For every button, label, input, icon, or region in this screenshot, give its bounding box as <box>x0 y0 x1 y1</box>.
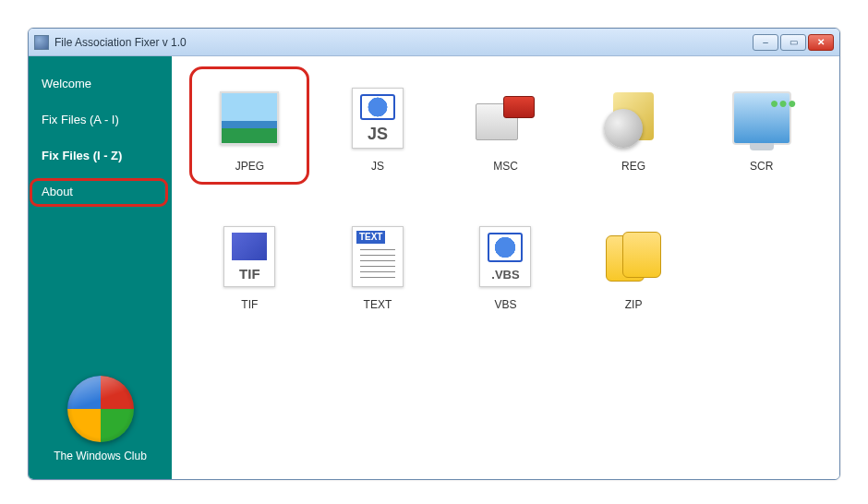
file-item-scr[interactable]: SCR <box>702 84 821 204</box>
file-label: VBS <box>494 298 516 311</box>
file-label: MSC <box>493 160 518 173</box>
sidebar-item-label: Fix Files (I - Z) <box>42 149 122 162</box>
file-label: ZIP <box>625 298 643 311</box>
minimize-button[interactable]: – <box>753 34 778 51</box>
file-item-jpeg[interactable]: JPEG <box>190 84 309 204</box>
sidebar-item-welcome[interactable]: Welcome <box>29 66 172 102</box>
file-item-reg[interactable]: REG <box>574 84 693 204</box>
window-body: Welcome Fix Files (A - I) Fix Files (I -… <box>29 56 839 479</box>
app-window: File Association Fixer v 1.0 – ▭ ✕ Welco… <box>28 28 840 480</box>
footer-label: The Windows Club <box>32 450 168 462</box>
sidebar: Welcome Fix Files (A - I) Fix Files (I -… <box>29 56 172 479</box>
maximize-button[interactable]: ▭ <box>780 34 806 51</box>
reg-icon <box>599 84 668 152</box>
file-label: TEXT <box>364 298 392 311</box>
titlebar[interactable]: File Association Fixer v 1.0 – ▭ ✕ <box>29 29 839 56</box>
file-label: JPEG <box>235 160 264 173</box>
tif-icon <box>215 222 283 291</box>
jpeg-icon <box>215 84 283 152</box>
file-item-vbs[interactable]: VBS <box>446 222 565 342</box>
sidebar-item-label: About <box>42 185 73 198</box>
app-icon <box>34 35 49 50</box>
file-label: JS <box>371 160 384 173</box>
js-icon <box>344 84 412 152</box>
sidebar-item-fix-i-z[interactable]: Fix Files (I - Z) <box>29 138 172 174</box>
vbs-icon <box>471 222 539 291</box>
content-grid: JPEG JS MSC REG SCR TIF <box>172 56 839 479</box>
text-icon <box>344 222 412 291</box>
window-title: File Association Fixer v 1.0 <box>54 36 753 49</box>
sidebar-item-label: Welcome <box>42 77 91 90</box>
sidebar-item-label: Fix Files (A - I) <box>42 113 119 126</box>
scr-icon <box>728 84 796 152</box>
sidebar-item-fix-a-i[interactable]: Fix Files (A - I) <box>29 102 172 138</box>
file-label: TIF <box>241 298 258 311</box>
window-buttons: – ▭ ✕ <box>753 34 834 51</box>
file-label: REG <box>621 160 645 173</box>
file-label: SCR <box>750 160 773 173</box>
zip-icon <box>599 222 668 291</box>
file-item-zip[interactable]: ZIP <box>574 222 693 342</box>
sidebar-item-about[interactable]: About <box>29 174 172 210</box>
file-item-tif[interactable]: TIF <box>190 222 309 342</box>
windows-logo-icon <box>67 376 134 442</box>
file-item-msc[interactable]: MSC <box>446 84 565 204</box>
sidebar-footer: The Windows Club <box>29 363 172 479</box>
msc-icon <box>471 84 539 152</box>
file-item-text[interactable]: TEXT <box>319 222 438 342</box>
close-button[interactable]: ✕ <box>808 34 834 51</box>
file-item-js[interactable]: JS <box>319 84 438 204</box>
